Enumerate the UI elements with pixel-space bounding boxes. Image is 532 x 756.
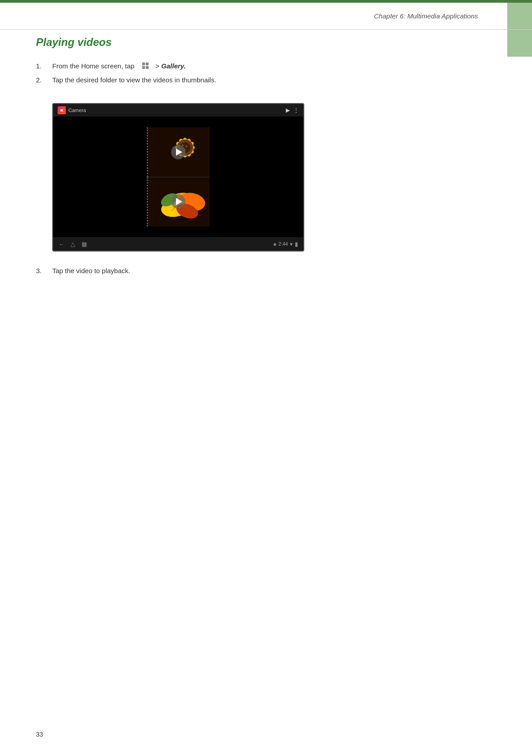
video-thumb-top <box>147 127 210 177</box>
device-status-bar: Camera ▶ ⋮ <box>53 104 303 117</box>
status-bar-label: Camera <box>68 108 86 113</box>
page-number: 33 <box>36 731 43 738</box>
battery-icon: ▮ <box>295 241 298 248</box>
nav-time: 2:44 <box>279 241 288 247</box>
list-item: 3. Tap the video to playback. <box>36 266 496 276</box>
home-icon: △ <box>71 241 75 248</box>
step-number-3: 3. <box>36 266 52 276</box>
page-footer: 33 <box>36 731 43 738</box>
step-text-3: Tap the video to playback. <box>52 266 496 276</box>
device-screenshot: Camera ▶ ⋮ <box>52 103 304 252</box>
signal-icon: ● <box>273 241 277 248</box>
camera-app-icon <box>58 106 66 114</box>
step-number-1: 1. <box>36 61 52 72</box>
list-item: 1. From the Home screen, tap > Gallery. <box>36 61 496 72</box>
svg-rect-0 <box>142 63 145 65</box>
gallery-label: Gallery. <box>161 62 185 70</box>
svg-point-16 <box>185 145 187 147</box>
recents-icon: ▩ <box>81 241 87 248</box>
status-bar-right: ▶ ⋮ <box>286 107 299 113</box>
more-status-icon: ⋮ <box>293 107 299 113</box>
status-bar-left: Camera <box>58 106 286 114</box>
list-item: 2. Tap the desired folder to view the vi… <box>36 75 496 86</box>
grid-icon <box>142 62 150 70</box>
svg-rect-1 <box>146 63 149 65</box>
step-number-2: 2. <box>36 75 52 86</box>
svg-rect-3 <box>146 66 149 69</box>
video-status-icon: ▶ <box>286 107 290 113</box>
play-button-1[interactable] <box>171 145 185 159</box>
steps-list: 1. From the Home screen, tap > Gallery. … <box>36 61 496 85</box>
step3-container: 3. Tap the video to playback. <box>36 266 496 276</box>
section-heading: Playing videos <box>36 36 496 50</box>
step-text-1: From the Home screen, tap > Gallery. <box>52 61 496 72</box>
nav-icons-left: ← △ ▩ <box>59 241 87 248</box>
play-triangle-2 <box>176 198 182 205</box>
chapter-header: Chapter 6: Multimedia Applications <box>0 3 532 30</box>
chapter-title: Chapter 6: Multimedia Applications <box>374 12 478 20</box>
play-button-2[interactable] <box>171 194 185 209</box>
wifi-icon: ▾ <box>290 241 293 248</box>
back-icon: ← <box>59 241 64 248</box>
nav-icons-right: ● 2:44 ▾ ▮ <box>273 241 298 248</box>
video-panel <box>147 127 210 226</box>
steps-list-3: 3. Tap the video to playback. <box>36 266 496 276</box>
device-nav-bar: ← △ ▩ ● 2:44 ▾ ▮ <box>53 237 303 251</box>
svg-point-4 <box>60 109 63 112</box>
svg-rect-2 <box>142 66 145 69</box>
step-text-2: Tap the desired folder to view the video… <box>52 75 496 86</box>
screenshot-container: Camera ▶ ⋮ <box>52 103 304 252</box>
main-content: Playing videos 1. From the Home screen, … <box>36 36 496 720</box>
video-thumb-bottom <box>147 177 210 227</box>
camera-icon <box>59 108 64 112</box>
play-triangle-1 <box>176 148 182 156</box>
device-main <box>53 117 303 237</box>
